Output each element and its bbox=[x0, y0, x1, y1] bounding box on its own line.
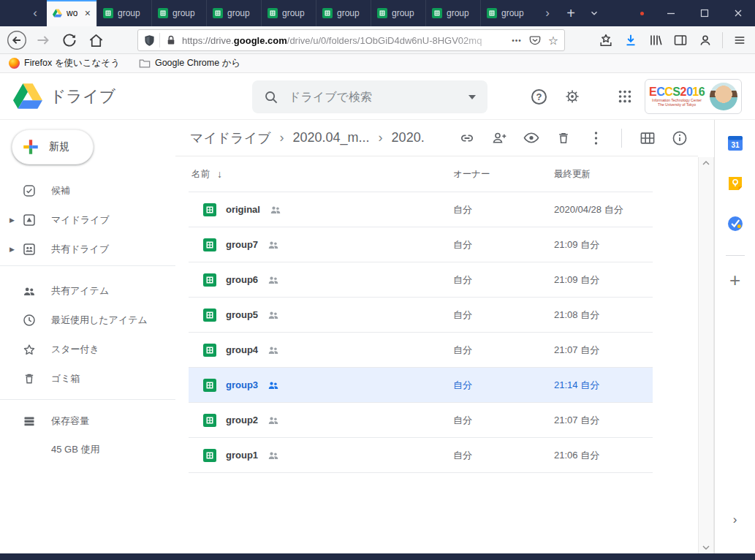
drive-logo[interactable]: ドライブ bbox=[13, 83, 115, 109]
downloads-icon[interactable] bbox=[620, 29, 642, 51]
search-input[interactable] bbox=[289, 91, 458, 104]
new-tab-button[interactable]: + bbox=[560, 0, 582, 26]
breadcrumb-item[interactable]: マイドライブ bbox=[190, 129, 271, 147]
group-tab[interactable]: group bbox=[96, 0, 151, 26]
sidebar-item-my-drive[interactable]: ▶ マイドライブ bbox=[0, 205, 175, 235]
file-row[interactable]: original 自分 2020/04/28 自分 bbox=[189, 192, 653, 227]
delete-trash-icon[interactable] bbox=[555, 130, 572, 146]
menu-icon[interactable] bbox=[729, 29, 751, 51]
sidebar-item-starred[interactable]: スター付き bbox=[0, 335, 175, 364]
group-tab[interactable]: group bbox=[151, 0, 206, 26]
file-name: original bbox=[226, 204, 260, 215]
tracking-shield-icon[interactable] bbox=[144, 34, 155, 47]
sidebar-item-shared-drives[interactable]: ▶ 共有ドライブ bbox=[0, 235, 175, 264]
google-apps-grid-icon[interactable] bbox=[617, 88, 633, 105]
sidebar-item-label: 共有アイテム bbox=[51, 284, 109, 298]
tab-scroll-left-button[interactable]: ‹ bbox=[23, 0, 47, 26]
tab-list-dropdown-button[interactable] bbox=[582, 0, 607, 26]
expand-arrow-icon[interactable]: ▶ bbox=[10, 216, 15, 224]
sort-arrow-icon[interactable]: ↓ bbox=[217, 168, 222, 180]
group-tab[interactable]: group bbox=[371, 0, 425, 26]
file-row[interactable]: group7 自分 21:09 自分 bbox=[189, 227, 653, 262]
pocket-icon[interactable] bbox=[529, 34, 541, 46]
sidebar-item-suggestions[interactable]: 候補 bbox=[0, 176, 175, 205]
file-modified: 21:07 自分 bbox=[554, 414, 653, 427]
file-name: group1 bbox=[226, 450, 258, 461]
file-row[interactable]: group1 自分 21:06 自分 bbox=[189, 438, 653, 473]
account-icon[interactable] bbox=[694, 29, 716, 51]
add-person-icon[interactable] bbox=[491, 130, 507, 146]
tab-scroll-right-button[interactable]: › bbox=[535, 0, 560, 26]
group-tab[interactable]: group bbox=[206, 0, 261, 26]
collapse-panel-chevron-icon[interactable]: › bbox=[733, 512, 737, 527]
tasks-icon[interactable] bbox=[726, 215, 744, 232]
column-header-name[interactable]: 名前 bbox=[191, 168, 210, 181]
file-name: group6 bbox=[226, 274, 258, 285]
info-icon[interactable] bbox=[672, 130, 688, 146]
group-tab[interactable]: group bbox=[480, 0, 535, 26]
lock-icon[interactable] bbox=[166, 34, 176, 46]
firefox-icon bbox=[9, 58, 20, 69]
page-actions-icon[interactable]: ••• bbox=[512, 37, 522, 45]
column-header-owner[interactable]: オーナー bbox=[453, 168, 554, 181]
grid-view-icon[interactable] bbox=[640, 130, 656, 146]
bookmark-item[interactable]: Firefox を使いこなそう bbox=[9, 57, 120, 69]
add-addon-icon[interactable]: + bbox=[729, 272, 740, 288]
breadcrumb-item[interactable]: 2020. bbox=[392, 130, 425, 145]
sidebar-item-storage[interactable]: 保存容量 bbox=[0, 406, 175, 436]
file-row[interactable]: group6 自分 21:09 自分 bbox=[189, 262, 653, 298]
file-row[interactable]: group4 自分 21:07 自分 bbox=[189, 333, 653, 368]
search-box[interactable] bbox=[252, 80, 487, 113]
sheets-icon bbox=[203, 273, 216, 287]
scroll-up-arrow-icon[interactable] bbox=[699, 160, 713, 166]
new-button[interactable]: 新規 bbox=[12, 129, 94, 164]
file-row[interactable]: group3 自分 21:14 自分 bbox=[189, 368, 653, 403]
preview-eye-icon[interactable] bbox=[523, 130, 539, 146]
help-icon[interactable]: ? bbox=[531, 89, 547, 105]
settings-gear-icon[interactable] bbox=[564, 88, 580, 105]
group-tab[interactable]: group bbox=[316, 0, 371, 26]
active-tab[interactable]: wo × bbox=[47, 0, 96, 26]
file-row[interactable]: group2 自分 21:07 自分 bbox=[189, 403, 653, 438]
file-name: group5 bbox=[226, 309, 258, 320]
home-button[interactable] bbox=[85, 29, 107, 51]
maximize-button[interactable] bbox=[688, 0, 721, 26]
reload-button[interactable] bbox=[58, 29, 80, 51]
sidebar-item-recent[interactable]: 最近使用したアイテム bbox=[0, 306, 175, 335]
shared-people-icon bbox=[268, 239, 279, 251]
vertical-scrollbar[interactable] bbox=[698, 157, 714, 553]
close-window-button[interactable] bbox=[721, 0, 755, 26]
back-button[interactable] bbox=[6, 29, 28, 51]
url-path: /drive/u/0/folders/1ObGiD4dw6nU-8HGV02mq bbox=[287, 35, 482, 46]
keep-icon[interactable] bbox=[726, 175, 744, 192]
column-header-modified[interactable]: 最終更新 bbox=[554, 168, 653, 181]
group-tab[interactable]: group bbox=[261, 0, 316, 26]
sidebar-item-shared-with-me[interactable]: 共有アイテム bbox=[0, 276, 175, 306]
library-icon[interactable] bbox=[645, 29, 667, 51]
get-link-icon[interactable] bbox=[459, 130, 475, 146]
breadcrumb-item[interactable]: 2020.04_m... bbox=[293, 130, 370, 145]
file-table: 名前 ↓ オーナー 最終更新 original 自分 2020/04/28 自分 bbox=[189, 156, 653, 473]
sidebar-toggle-icon[interactable] bbox=[669, 29, 691, 51]
expand-arrow-icon[interactable]: ▶ bbox=[10, 246, 15, 253]
file-owner: 自分 bbox=[453, 238, 554, 251]
account-card[interactable]: ECCS2016 Information Technology Center T… bbox=[645, 79, 742, 114]
bookmark-star-icon[interactable]: ☆ bbox=[548, 34, 558, 48]
sheets-favicon bbox=[377, 8, 387, 18]
bookmark-folder[interactable]: Google Chrome から bbox=[139, 57, 240, 69]
sidebar-divider bbox=[0, 265, 175, 266]
forward-button[interactable] bbox=[32, 29, 54, 51]
url-bar[interactable]: https://drive.google.com/drive/u/0/folde… bbox=[137, 29, 565, 51]
group-tab[interactable]: group bbox=[425, 0, 480, 26]
scroll-down-arrow-icon[interactable] bbox=[699, 545, 713, 550]
tab-close-icon[interactable]: × bbox=[85, 8, 91, 18]
more-options-kebab-icon[interactable] bbox=[588, 130, 604, 146]
avatar[interactable] bbox=[710, 83, 737, 110]
file-row[interactable]: group5 自分 21:08 自分 bbox=[189, 298, 653, 333]
minimize-button[interactable] bbox=[654, 0, 688, 26]
calendar-icon[interactable]: 31 bbox=[726, 135, 744, 152]
shared-people-icon bbox=[268, 274, 279, 286]
collections-icon[interactable] bbox=[595, 29, 617, 51]
sidebar-item-trash[interactable]: ゴミ箱 bbox=[0, 364, 175, 393]
search-options-caret-icon[interactable] bbox=[468, 95, 476, 99]
